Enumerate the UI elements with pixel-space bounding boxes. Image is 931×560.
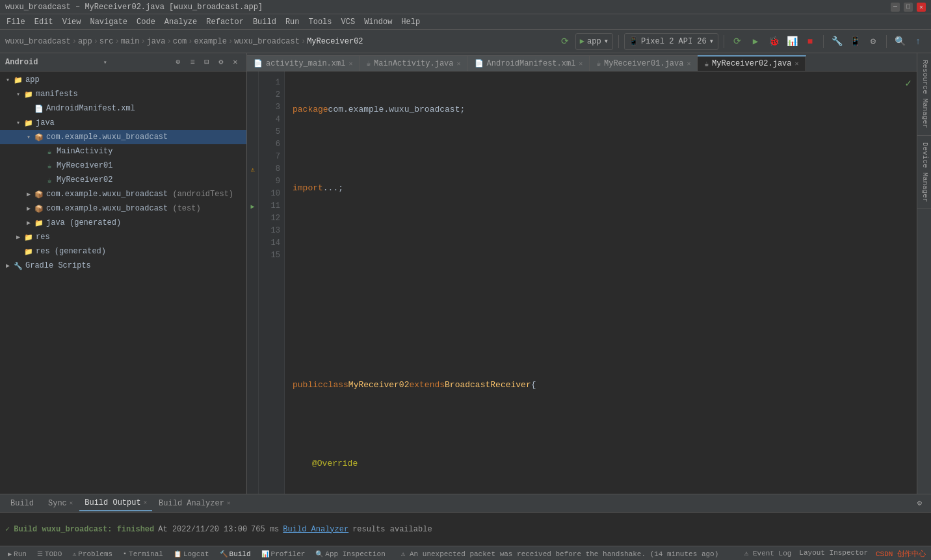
tool-profiler[interactable]: 📊 Profiler [259,550,308,558]
menu-code[interactable]: Code [133,16,159,28]
tree-java-gen-arrow[interactable]: ▶ [23,219,34,227]
menu-help[interactable]: Help [397,16,424,28]
code-content[interactable]: package com.example.wuxu_broadcast; impo… [285,71,917,494]
menu-window[interactable]: Window [360,16,396,28]
tool-todo[interactable]: ☰ TODO [34,550,64,558]
sdk-manager-button[interactable]: 🔧 [829,34,845,49]
breadcrumb-main[interactable]: main [121,37,140,46]
tab-myreceiver02[interactable]: ☕ MyReceiver02.java ✕ [698,55,806,71]
tree-manifests-arrow[interactable]: ▾ [13,90,23,98]
run2-button[interactable]: ▶ [748,34,763,49]
breadcrumb-java[interactable]: java [147,37,166,46]
tree-gradle-scripts[interactable]: ▶ 🔧 Gradle Scripts [0,259,246,273]
tool-layoutinspector[interactable]: Layout Inspector [799,549,868,559]
debug-button[interactable]: 🐞 [766,34,781,49]
tree-test-arrow[interactable]: ▶ [23,205,34,212]
breadcrumb-src[interactable]: src [99,37,114,46]
menu-navigate[interactable]: Navigate [86,16,131,28]
menu-tools[interactable]: Tools [305,16,336,28]
menu-analyze[interactable]: Analyze [161,16,201,28]
tree-java-arrow[interactable]: ▾ [13,119,23,127]
app-config-dropdown[interactable]: ▶ app ▾ [575,33,613,50]
bottom-tab-build[interactable]: Build [5,496,42,511]
avd-manager-button[interactable]: 📱 [847,34,863,49]
breadcrumb-current[interactable]: MyReceiver02 [307,37,363,46]
profile-button[interactable]: 📊 [784,34,800,49]
tool-logcat[interactable]: 📋 Logcat [171,550,212,558]
tab-myreceiver01-close[interactable]: ✕ [687,60,690,68]
tree-manifests[interactable]: ▾ 📁 manifests [0,87,246,101]
bottom-tab-buildoutput[interactable]: Build Output ✕ [79,496,152,511]
tool-appinspection[interactable]: 🔍 App Inspection [313,550,387,558]
menu-build[interactable]: Build [249,16,280,28]
bottom-tab-sync[interactable]: Sync ✕ [43,496,78,511]
close-button[interactable]: ✕ [917,3,926,12]
tree-app-arrow[interactable]: ▾ [3,76,13,84]
device-manager-tab[interactable]: Device Manager [917,136,931,209]
tree-res-arrow[interactable]: ▶ [13,233,23,241]
tool-build[interactable]: 🔨 Build [217,550,254,558]
updates-button[interactable]: ↑ [910,34,926,49]
search-button[interactable]: 🔍 [892,34,908,49]
breadcrumb-com[interactable]: com [173,37,187,46]
tab-myreceiver02-close[interactable]: ✕ [795,60,799,68]
tree-res[interactable]: ▶ 📁 res [0,230,246,244]
tree-java-generated[interactable]: ▶ 📁 java (generated) [0,216,246,230]
tab-androidmanifest[interactable]: 📄 AndroidManifest.xml ✕ [468,55,590,71]
panel-settings-btn[interactable]: ⚙ [215,57,227,68]
build-analyzer-link[interactable]: Build Analyzer [283,525,348,534]
menu-vcs[interactable]: VCS [337,16,360,28]
tree-package-androidtest[interactable]: ▶ 📦 com.example.wuxu_broadcast (androidT… [0,187,246,201]
menu-refactor[interactable]: Refactor [202,16,248,28]
bottom-tab-buildoutput-close[interactable]: ✕ [144,499,147,506]
tool-terminal[interactable]: ▪ Terminal [120,550,166,558]
panel-expand-btn[interactable]: ≡ [187,57,198,68]
tree-package-arrow[interactable]: ▾ [23,133,34,141]
tab-mainactivity-close[interactable]: ✕ [457,60,461,68]
panel-collapse-btn[interactable]: ⊟ [201,57,213,68]
tool-problems[interactable]: ⚠ Problems [70,550,115,558]
tab-activity-main[interactable]: 📄 activity_main.xml ✕ [247,55,360,71]
resource-manager-tab[interactable]: Resource Manager [917,53,931,136]
tree-myreceiver02[interactable]: ☕ MyReceiver02 [0,173,246,187]
tree-package-test[interactable]: ▶ 📦 com.example.wuxu_broadcast (test) [0,201,246,216]
tab-activity-main-close[interactable]: ✕ [348,60,352,68]
breadcrumb-app[interactable]: app [78,37,92,46]
tree-myreceiver01[interactable]: ☕ MyReceiver01 [0,159,246,173]
bottom-tab-buildanalyzer[interactable]: Build Analyzer ✕ [153,496,235,511]
stop-button[interactable]: ■ [802,34,818,49]
menu-edit[interactable]: Edit [31,16,57,28]
tree-app[interactable]: ▾ 📁 app [0,73,246,87]
tab-mainactivity[interactable]: ☕ MainActivity.java ✕ [360,55,467,71]
panel-close-btn[interactable]: ✕ [229,57,241,68]
menu-file[interactable]: File [3,16,29,28]
tool-eventlog[interactable]: ⚠ Event Log [744,549,792,559]
tree-mainactivity[interactable]: ☕ MainActivity [0,144,246,159]
panel-scope-btn[interactable]: ⊕ [172,57,184,68]
tree-package-main[interactable]: ▾ 📦 com.example.wuxu_broadcast [0,130,246,144]
maximize-button[interactable]: □ [904,3,913,12]
minimize-button[interactable]: — [891,3,900,12]
bottom-tab-buildanalyzer-close[interactable]: ✕ [227,500,230,507]
android-dropdown[interactable]: ▾ [103,58,107,66]
tree-androidmanifest[interactable]: 📄 AndroidManifest.xml [0,101,246,116]
settings-button[interactable]: ⚙ [865,34,881,49]
menu-run[interactable]: Run [282,16,304,28]
tab-myreceiver01[interactable]: ☕ MyReceiver01.java ✕ [590,55,698,71]
tool-run[interactable]: ▶ Run [5,550,29,558]
breadcrumb-project[interactable]: wuxu_broadcast [5,37,71,46]
tree-res-generated[interactable]: 📁 res (generated) [0,244,246,259]
device-dropdown[interactable]: 📱 Pixel 2 API 26 ▾ [624,33,718,50]
tree-androidtest-arrow[interactable]: ▶ [23,190,34,198]
menu-view[interactable]: View [59,16,85,28]
breadcrumb-example[interactable]: example [194,37,227,46]
run-button[interactable]: ⟳ [729,34,745,49]
tab-androidmanifest-close[interactable]: ✕ [579,60,583,68]
bottom-tab-sync-close[interactable]: ✕ [70,500,73,507]
sync-button[interactable]: ⟳ [557,34,573,49]
breadcrumb-wuxu[interactable]: wuxu_broadcast [234,37,300,46]
window-controls[interactable]: — □ ✕ [891,3,926,12]
bottom-settings-btn[interactable]: ⚙ [913,498,926,508]
tree-gradle-arrow[interactable]: ▶ [3,262,13,270]
tree-java[interactable]: ▾ 📁 java [0,116,246,130]
